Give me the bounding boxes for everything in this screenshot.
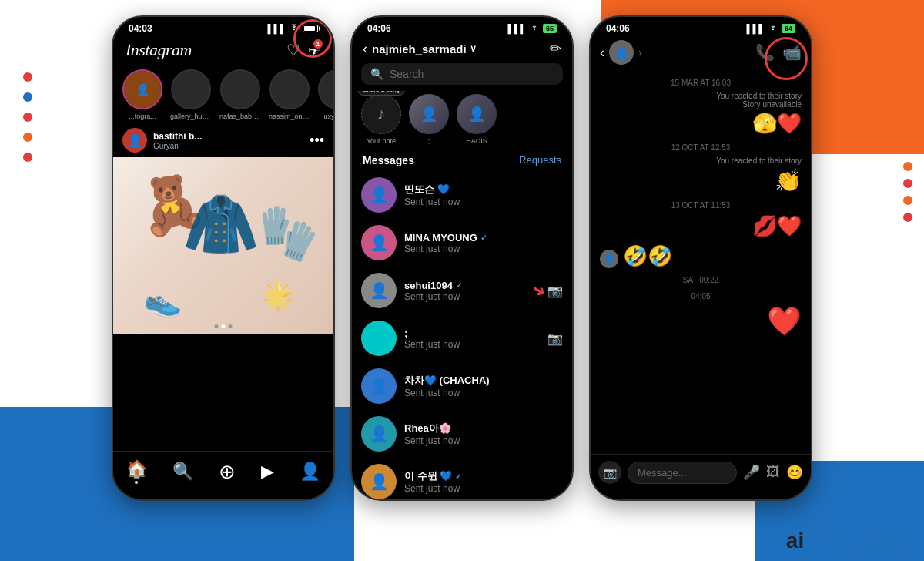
story-label-3: nassim_online [269, 113, 310, 120]
input-icons: 🎤 🖼 😊 [743, 464, 803, 481]
chat-header-icons: 📞 📹 [755, 43, 802, 62]
story-item-1[interactable]: gallery_huger [170, 69, 212, 120]
message-list: 👤 띤또슨 💙 Sent just now 👤 MINA MYOUNG ✓ Se… [352, 171, 572, 501]
phone-chat: 04:06 ▌▌▌ 64 ‹ 👤 › 📞 📹 [589, 15, 812, 501]
post-image: 🧸 🧥 🧤 👟 🌟 [113, 157, 333, 334]
message-item-1[interactable]: 👤 MINA MYOUNG ✓ Sent just now [352, 219, 572, 267]
dm-search-bar[interactable]: 🔍 Search [361, 63, 563, 85]
sticker-icon[interactable]: 😊 [786, 464, 803, 481]
message-item-4[interactable]: 👤 차차💙 (CHACHA) Sent just now [352, 362, 572, 410]
message-item-5[interactable]: 👤 Rhea아🌸 Sent just now [352, 410, 572, 458]
message-item-6[interactable]: 👤 이 수윈 💙 ✓ Sent just now [352, 458, 572, 501]
status-icons-3: ▌▌▌ 64 [747, 24, 795, 33]
nav-profile-icon[interactable]: 👤 [300, 462, 320, 482]
instagram-header: Instagram ♡ ✈ 1 [113, 37, 333, 66]
back-icon-chat[interactable]: ‹ [600, 45, 604, 61]
image-icon[interactable]: 🖼 [766, 464, 780, 481]
wifi-icon-2 [529, 24, 540, 33]
msg-name-2: sehui1094 ✓ [404, 280, 540, 291]
nav-search-icon[interactable]: 🔍 [172, 462, 193, 482]
story-item-0[interactable]: 👤 ...togra... [122, 69, 162, 120]
dot-2 [23, 92, 32, 102]
story-label-4: luxy__hon [322, 113, 333, 120]
requests-link[interactable]: Requests [519, 154, 561, 166]
dot-4 [23, 133, 32, 142]
dot-1 [23, 72, 32, 82]
message-input[interactable]: Message... [628, 462, 737, 484]
msg-info-3: ; Sent just now [404, 328, 540, 350]
messenger-icon[interactable]: ✈ 1 [308, 41, 321, 59]
story-reaction-text-0: You reacted to their story [600, 92, 802, 100]
note-item-share[interactable]: Share a song ♪ Your note [361, 94, 401, 145]
chat-messages-area: 15 MAR AT 16:03 You reacted to their sto… [591, 71, 811, 344]
status-bar-3: 04:06 ▌▌▌ 64 [591, 17, 811, 37]
time-2: 04:06 [367, 23, 391, 34]
logo-ai-text: ai [786, 529, 804, 553]
wifi-icon [289, 24, 300, 33]
note-item-2[interactable]: 👤 HADIS [457, 94, 497, 145]
share-song-bubble: Share a song [357, 91, 405, 96]
msg-preview-5: Sent just now [404, 435, 563, 446]
more-options-icon[interactable]: ••• [310, 133, 324, 149]
time-1: 04:03 [129, 23, 152, 34]
phone-call-icon[interactable]: 📞 [755, 43, 775, 62]
msg-info-1: MINA MYOUNG ✓ Sent just now [404, 232, 563, 254]
status-icons-1: ▌▌▌ [268, 24, 318, 33]
msg-preview-3: Sent just now [404, 339, 540, 350]
story-unavailable: Story unavailable [600, 100, 802, 109]
post-header: 👤 bastithi b... Guryan ••• [113, 123, 333, 157]
story-item-4[interactable]: luxy__hon [318, 69, 333, 120]
note-item-1[interactable]: 👤 ; [409, 94, 449, 145]
status-bar-1: 04:03 ▌▌▌ [113, 17, 333, 37]
chevron-right-icon: › [638, 46, 642, 59]
emoji-row-2: 💋❤️ [600, 214, 802, 238]
camera-button[interactable]: 📷 [598, 461, 621, 484]
message-item-2[interactable]: 👤 sehui1094 ✓ Sent just now 📷 ➜ [352, 267, 572, 314]
msg-name-5: Rhea아🌸 [404, 422, 563, 435]
msg-name-6: 이 수윈 💙 ✓ [404, 469, 563, 483]
status-icons-2: ▌▌▌ 65 [508, 24, 557, 33]
dm-username: najmieh_sarmadi ∨ [372, 42, 477, 55]
msg-preview-2: Sent just now [404, 291, 540, 302]
battery-fill-1 [304, 26, 315, 31]
msg-preview-1: Sent just now [404, 244, 563, 254]
notification-badge: 1 [312, 38, 324, 50]
nav-home-icon[interactable]: 🏠 [126, 459, 147, 484]
story-item-2[interactable]: nafas_babysho [219, 69, 261, 120]
chat-header: ‹ 👤 › 📞 📹 [591, 37, 811, 71]
signal-icon: ▌▌▌ [268, 24, 286, 33]
rdot-3 [903, 196, 912, 205]
msg-avatar-5: 👤 [361, 416, 397, 452]
messages-title: Messages [363, 154, 414, 166]
date-label-2: 13 OCT AT 11:53 [600, 201, 802, 210]
video-call-icon[interactable]: 📹 [782, 43, 802, 62]
nav-add-icon[interactable]: ⊕ [219, 460, 236, 484]
msg-info-5: Rhea아🌸 Sent just now [404, 422, 563, 446]
msg-preview-0: Sent just now [404, 197, 563, 207]
story-reaction-1: You reacted to their story [600, 156, 802, 165]
heart-icon[interactable]: ♡ [286, 41, 300, 59]
wifi-icon-3 [768, 24, 778, 33]
message-item-0[interactable]: 👤 띤또슨 💙 Sent just now [352, 171, 572, 219]
battery-level-3: 64 [782, 24, 795, 33]
notes-row: Share a song ♪ Your note 👤 ; 👤 HADIS [352, 91, 572, 151]
nav-reels-icon[interactable]: ▶ [261, 462, 274, 482]
emoji-content-left-2: 🤣🤣 [623, 244, 672, 268]
microphone-icon[interactable]: 🎤 [743, 464, 760, 481]
camera-icon-2[interactable]: 📷 [547, 284, 563, 298]
camera-icon-3[interactable]: 📷 [547, 331, 563, 346]
emoji-row-left-2: 👤 🤣🤣 [600, 244, 802, 268]
msg-info-6: 이 수윈 💙 ✓ Sent just now [404, 469, 563, 494]
msg-name-3: ; [404, 328, 540, 339]
story-item-3[interactable]: nassim_online [269, 69, 310, 120]
compose-icon[interactable]: ✏ [550, 40, 561, 57]
message-item-3[interactable]: ; Sent just now 📷 [352, 314, 572, 362]
story-avatar-2 [220, 69, 260, 109]
story-avatar-4 [318, 69, 333, 109]
back-icon[interactable]: ‹ [363, 41, 367, 57]
msg-info-4: 차차💙 (CHACHA) Sent just now [404, 374, 563, 398]
dm-header: ‹ najmieh_sarmadi ∨ ✏ [352, 37, 572, 63]
msg-avatar-4: 👤 [361, 368, 397, 404]
story-avatar-1 [171, 69, 211, 109]
chevron-down-icon[interactable]: ∨ [470, 43, 477, 54]
